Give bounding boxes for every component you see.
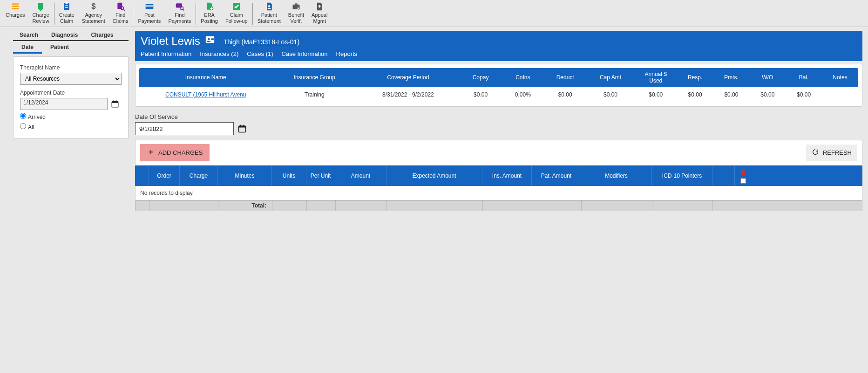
toolbar-find-claims[interactable]: Find Claims [109,1,132,26]
col-wo[interactable]: W/O [749,68,786,87]
col-icd10[interactable]: ICD-10 Pointers [652,166,712,186]
col-minutes[interactable]: Minutes [218,166,272,186]
col-bal[interactable]: Bal. [786,68,822,87]
toolbar-benefit-verif.[interactable]: Benefit Verif. [285,1,308,26]
toolbar-claim-follow-up[interactable]: Claim Follow-up [222,1,251,26]
insurance-card: Insurance Name Insurance Group Coverage … [135,64,862,107]
tab-diagnosis[interactable]: Diagnosis [45,30,84,40]
radio-all[interactable]: All [20,124,34,131]
insurance-name-link[interactable]: CONSULT (1965 Hillhurst Avenu [165,91,246,98]
calendar-icon[interactable] [110,99,120,109]
toolbar-charges[interactable]: Charges [2,1,29,26]
tab-date[interactable]: Date [13,42,42,54]
col-charge[interactable]: Charge [180,166,218,186]
review-icon [35,2,47,11]
svg-rect-35 [244,125,244,127]
col-amount[interactable]: Amount [335,166,387,186]
cell-resp: $0.00 [677,87,713,103]
calendar-icon[interactable] [237,124,247,133]
toolbar-create-claim[interactable]: Create Claim [55,1,78,26]
subnav-cases[interactable]: Cases (1) [247,50,273,57]
toolbar-era-posting[interactable]: ERA Posting [197,1,222,26]
add-charges-button[interactable]: ADD CHARGES [140,144,210,161]
col-cap[interactable]: Cap Amt [586,68,635,87]
tab-patient[interactable]: Patient [42,42,77,54]
svg-rect-24 [112,102,118,103]
col-units[interactable]: Units [272,166,306,186]
col-insurance-group[interactable]: Insurance Group [272,68,357,87]
col-ins-amt[interactable]: Ins. Amount [482,166,532,186]
col-modifiers[interactable]: Modifiers [581,166,652,186]
subnav-case-info[interactable]: Case Information [282,50,328,57]
svg-rect-5 [66,2,68,4]
col-insurance-name[interactable]: Insurance Name [139,68,272,87]
case-link[interactable]: Thigh (MaE13318-Los-01) [224,38,299,46]
refresh-button[interactable]: REFRESH [806,145,857,161]
trash-icon[interactable] [739,168,747,177]
col-notes[interactable]: Notes [822,68,858,87]
insurance-row: CONSULT (1965 Hillhurst Avenu Training 8… [139,87,858,103]
secondary-tabs: Date Patient [13,42,129,54]
toolbar-charge-review[interactable]: Charge Review [29,1,53,26]
subnav-insurances[interactable]: Insurances (2) [200,50,238,57]
cell-bal: $0.00 [786,87,822,103]
toolbar-post-payments[interactable]: Post Payments [134,1,164,26]
toolbar-appeal-mgmt[interactable]: Appeal Mgmt [308,1,331,26]
tab-search[interactable]: Search [13,30,45,40]
col-pmts[interactable]: Pmts. [713,68,750,87]
therapist-select[interactable]: All Resources [20,73,122,85]
cell-coins: 0.00% [502,87,544,103]
select-all-checkbox[interactable] [740,178,746,184]
tab-charges[interactable]: Charges [84,30,120,40]
refresh-icon [812,148,819,157]
toolbar-separator [252,3,253,25]
search-card-icon [174,2,186,11]
subnav-reports[interactable]: Reports [336,50,358,57]
col-coverage[interactable]: Coverage Period [357,68,460,87]
main-content: Violet Lewis Thigh (MaE13318-Los-01) Pat… [130,27,868,211]
primary-tabs: Search Diagnosis Charges [13,30,129,41]
col-order[interactable]: Order [149,166,180,186]
search-doc-icon [115,2,127,11]
toolbar-separator [196,3,196,25]
appointment-date-input[interactable]: 1/12/2024 [20,98,108,110]
patient-card-icon[interactable] [205,35,215,48]
svg-rect-33 [239,126,246,127]
svg-rect-7 [65,7,68,8]
subnav-patient-info[interactable]: Patient Information [141,50,191,57]
svg-rect-0 [12,3,19,5]
col-copay[interactable]: Copay [460,68,502,87]
col-coins[interactable]: CoIns [502,68,544,87]
svg-rect-34 [240,125,241,127]
col-per-unit[interactable]: Per Unit [306,166,335,186]
cell-group: Training [272,87,357,103]
col-resp[interactable]: Resp. [677,68,713,87]
radio-arrived[interactable]: Arrived [20,114,46,120]
col-pat-amt[interactable]: Pat. Amount [532,166,581,186]
cell-annual: $0.00 [635,87,677,103]
col-blank2 [712,166,735,186]
charges-grid: Order Charge Minutes Units Per Unit Amou… [135,166,862,211]
cell-wo: $0.00 [749,87,786,103]
dos-input[interactable] [135,122,234,135]
col-expected[interactable]: Expected Amount [387,166,482,186]
check-icon [231,2,243,11]
svg-rect-6 [65,6,68,7]
col-deduct[interactable]: Deduct [544,68,586,87]
file-user-icon [263,2,275,11]
svg-rect-14 [176,3,182,7]
svg-text:$: $ [91,2,96,11]
toolbar-patient-statement[interactable]: Patient Statement [254,1,285,26]
svg-rect-1 [12,6,19,7]
svg-rect-31 [210,39,213,40]
svg-rect-4 [64,3,69,10]
briefcase-icon [290,2,302,11]
list-icon [9,2,21,11]
col-annual[interactable]: Annual $ Used [635,68,677,87]
svg-rect-2 [12,8,19,9]
svg-point-19 [268,5,270,7]
toolbar-agency-statement[interactable]: $Agency Statement [78,1,109,26]
insurance-table: Insurance Name Insurance Group Coverage … [139,68,858,103]
action-bar: ADD CHARGES REFRESH [135,140,862,166]
toolbar-find-payments[interactable]: Find Payments [164,1,195,26]
